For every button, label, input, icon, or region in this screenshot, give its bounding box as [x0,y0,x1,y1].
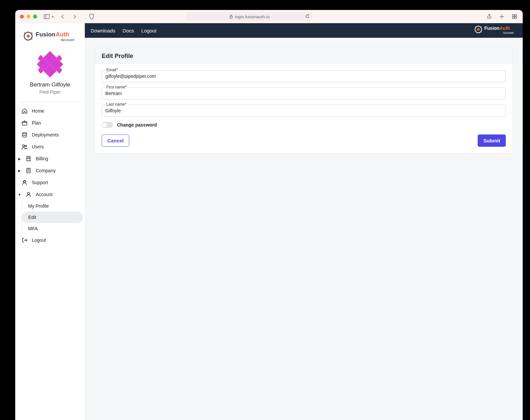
database-icon [21,132,28,138]
person-icon [25,191,32,197]
avatar-block: Bertram Gilfoyle Pied Piper [15,46,85,99]
sidebar-item-billing[interactable]: ▶ Billing [15,153,85,165]
user-name: Bertram Gilfoyle [19,81,81,88]
url-text: login.fusionauth.io [235,14,270,19]
forward-button[interactable] [71,13,78,20]
window-maximize-icon[interactable] [33,15,37,19]
building-icon [25,168,32,174]
svg-text:Account: Account [61,38,74,42]
sidebar: Fusion Auth Account [15,23,85,315]
svg-rect-27 [22,122,27,125]
svg-point-29 [23,145,25,147]
sidebar-item-plan[interactable]: Plan [15,117,85,129]
sidebar-item-label: Home [32,108,44,114]
svg-point-40 [24,181,26,183]
url-bar[interactable]: login.fusionauth.io [186,12,312,21]
account-subnav: My Profile Edit MFA [21,200,85,234]
sidebar-item-label: Company [36,168,56,173]
last-name-label: Last name* [105,102,128,107]
sidebar-item-logout[interactable]: Logout [15,234,85,246]
sidebar-item-label: Users [32,144,44,149]
caret-right-icon: ▶ [18,157,21,161]
email-label: Email* [105,68,119,72]
first-name-label: First name* [105,85,128,89]
edit-profile-panel: Edit Profile Email* First name* Last nam… [95,48,398,154]
avatar [37,51,63,78]
reload-icon[interactable] [305,14,310,20]
home-icon [21,108,28,114]
sidebar-item-label: Support [32,180,48,185]
field-email: Email* [102,70,398,82]
subnav-item-edit[interactable]: Edit [22,212,83,223]
main-column: Downloads Docs Logout Fusion A [85,23,398,315]
svg-point-28 [23,132,26,134]
chevron-down-icon[interactable]: ▾ [52,15,54,19]
users-icon [21,144,28,150]
field-last-name: Last name* [102,105,398,117]
svg-rect-33 [27,168,30,173]
svg-point-13 [31,38,32,40]
subnav-item-mfa[interactable]: MFA [22,223,85,234]
svg-point-11 [31,32,32,34]
svg-text:Fusion: Fusion [36,31,55,38]
app-body: Fusion Auth Account [15,23,398,315]
sidebar-item-label: Account [36,192,53,197]
package-icon [21,120,28,126]
sidebar-item-account[interactable]: ▼ Account [15,188,85,200]
logout-icon [21,237,28,243]
user-company: Pied Piper [19,89,81,95]
caret-down-icon: ▼ [18,193,21,196]
svg-point-10 [26,34,30,38]
divider [19,102,81,102]
lock-icon [230,15,233,19]
svg-point-41 [27,192,29,194]
traffic-lights [20,15,37,19]
sidebar-item-support[interactable]: Support [15,177,85,188]
first-name-input[interactable] [102,87,398,99]
panel-actions: Cancel Submit [102,134,398,147]
svg-text:Auth: Auth [56,31,69,38]
support-icon [21,180,28,185]
svg-rect-0 [44,15,49,19]
change-password-label: Change password [117,122,157,128]
sidebar-item-company[interactable]: ▶ Company [15,165,85,177]
svg-rect-2 [230,16,232,18]
window-close-icon[interactable] [20,15,24,19]
change-password-toggle[interactable] [102,122,113,128]
shield-icon[interactable] [88,13,95,20]
browser-window: ▾ login.fusionauth.io [15,10,398,315]
sidebar-nav: Home Plan Deployments Users ▶ Bill [15,104,85,246]
subnav-item-my-profile[interactable]: My Profile [22,200,85,212]
sidebar-item-label: Deployments [32,132,59,137]
content-area: Edit Profile Email* First name* Last nam… [85,38,398,164]
sidebar-item-home[interactable]: Home [15,105,85,117]
sidebar-item-deployments[interactable]: Deployments [15,129,85,141]
topbar-link-logout[interactable]: Logout [141,28,156,33]
sidebar-toggle-icon[interactable] [43,13,50,20]
receipt-icon [25,156,32,162]
caret-right-icon: ▶ [18,169,21,173]
last-name-input[interactable] [102,105,398,117]
topbar-link-docs[interactable]: Docs [123,28,134,33]
browser-chrome: ▾ login.fusionauth.io [15,10,398,23]
window-minimize-icon[interactable] [26,15,30,19]
back-button[interactable] [59,13,66,20]
topbar: Downloads Docs Logout Fusion A [85,23,398,38]
brand-logo: Fusion Auth Account [15,26,85,46]
email-input[interactable] [102,70,398,82]
topbar-link-downloads[interactable]: Downloads [91,28,115,33]
svg-point-12 [24,32,25,34]
change-password-row: Change password [102,122,398,128]
sidebar-item-users[interactable]: Users [15,141,85,153]
sidebar-item-label: Billing [36,156,48,161]
svg-point-30 [25,145,27,147]
sidebar-item-label: Plan [32,120,41,126]
sidebar-item-label: Logout [32,237,46,243]
panel-title: Edit Profile [95,48,398,64]
cancel-button[interactable]: Cancel [102,134,129,147]
field-first-name: First name* [102,87,398,99]
